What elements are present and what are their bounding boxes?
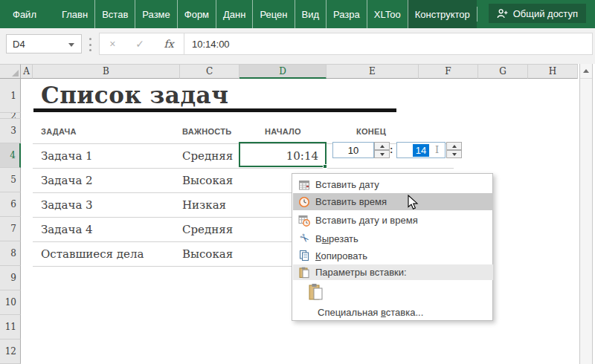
tab-insert[interactable]: Встав [94,0,135,28]
row-header-2[interactable]: 2 [0,113,21,119]
tab-design-active[interactable]: Конструктор [408,0,477,28]
menu-section-paste-options: Параметры вставки: [293,264,493,280]
scroll-up-button[interactable] [580,64,592,79]
menu-item-label: Вставить дату и время [315,215,418,226]
minutes-spin-down-button[interactable] [446,150,462,158]
row-header-10[interactable]: 10 [0,290,21,315]
calendar-icon [293,179,315,191]
hours-spin-up-button[interactable] [374,142,390,150]
col-header-A[interactable]: A [21,64,33,79]
row-header-11[interactable]: 11 [0,315,21,339]
minutes-spin-up-button[interactable] [446,142,462,150]
table-header-task[interactable]: ЗАДАЧА [41,125,77,138]
clipboard-icon [293,267,315,279]
name-box-dropdown-icon[interactable] [68,43,74,47]
tab-view[interactable]: Вид [295,0,327,28]
sheet-title: Список задач [41,82,228,108]
row-header-5[interactable]: 5 [0,168,21,192]
select-all-corner[interactable] [0,64,21,79]
cell-B7-task[interactable]: Задача 4 [41,217,93,241]
menu-item-label: Вставить время [315,196,387,207]
insert-function-icon[interactable]: fx [164,38,174,50]
table-header-start[interactable]: НАЧАЛО [239,125,327,138]
col-header-C[interactable]: C [180,64,239,79]
row-header-8[interactable]: 8 [0,241,21,266]
tab-xltools[interactable]: XLToo [367,0,408,28]
row-header-12[interactable]: 12 [0,339,21,364]
row-header-9[interactable]: 9 [0,266,21,290]
cell-B5-task[interactable]: Задача 2 [41,168,93,192]
copy-icon [293,250,315,261]
row-header-1[interactable]: 1 [0,79,21,113]
tab-file[interactable]: Файл [0,0,49,28]
text-ibeam-cursor: I [434,145,440,155]
menu-item-insert-date[interactable]: Вставить дату [293,176,493,193]
cell-C7-importance[interactable]: Средняя [182,217,233,241]
tab-developer[interactable]: Разра [326,0,367,28]
cell-C5-importance[interactable]: Высокая [182,168,233,192]
formula-panel: × ✓ fx 10:14:00 [99,33,593,55]
person-plus-icon [497,8,508,19]
col-header-B[interactable]: B [33,64,180,79]
menu-item-insert-date-time[interactable]: Вставить дату и время [293,212,493,229]
menu-item-label: Копировать [315,250,367,261]
menu-item-cut[interactable]: ✂ Вырезать [293,230,493,247]
up-arrow-icon [380,145,385,148]
row-header-3[interactable]: 3 [0,119,21,143]
col-header-H[interactable]: H [528,64,578,79]
table-header-end[interactable]: КОНЕЦ [327,125,416,138]
share-button[interactable]: Общий доступ [489,4,586,23]
name-box[interactable]: D4 [6,34,82,53]
fill-handle[interactable] [323,164,327,169]
tab-page-layout[interactable]: Разме [135,0,176,28]
tab-review[interactable]: Рецен [252,0,294,28]
hours-spin-down-button[interactable] [374,150,390,158]
down-arrow-icon [380,153,385,156]
minutes-selected-text: 14 [413,144,429,157]
menu-item-insert-time[interactable]: Вставить время [293,193,493,210]
tab-formulas[interactable]: Форм [177,0,216,28]
formula-bar-grip[interactable] [89,38,91,51]
scroll-up-icon [583,69,589,73]
col-header-F[interactable]: F [419,64,478,79]
vertical-scrollbar[interactable] [579,64,593,364]
enter-icon[interactable]: ✓ [135,38,144,50]
row-header-6[interactable]: 6 [0,192,21,217]
title-underline [33,108,396,112]
clock-icon [293,196,315,208]
down-arrow-icon [452,153,457,156]
cancel-icon[interactable]: × [109,38,115,50]
cell-B8-task[interactable]: Оставшиеся дела [41,241,144,266]
row-header-7[interactable]: 7 [0,217,21,241]
cell-C8-importance[interactable]: Высокая [182,241,233,266]
corner-triangle-icon [12,70,19,77]
formula-buttons: × ✓ fx [100,38,184,50]
time-colon-separator: : [390,144,393,155]
menu-item-copy[interactable]: Копировать [293,247,493,264]
col-header-G[interactable]: G [478,64,528,79]
hours-spinner-field[interactable]: 10 [332,142,374,158]
cell-B6-task[interactable]: Задача 3 [41,192,93,217]
tab-data[interactable]: Данн [216,0,252,28]
mouse-cursor [408,195,419,210]
context-menu: Вставить дату Вставить время Вставить да… [292,173,493,321]
cell-B4-task[interactable]: Задача 1 [41,143,93,168]
menu-item-paste-special[interactable]: Специальная вставка... [293,304,518,320]
ribbon-tab-bar: Файл Главн Встав Разме Форм Данн Рецен В… [0,0,595,28]
row-header-4-selected[interactable]: 4 [0,143,21,168]
cell-C6-importance[interactable]: Низкая [182,192,226,217]
col-header-D-selected[interactable]: D [239,64,327,79]
menu-item-paste-option-button[interactable] [293,282,493,302]
tab-divider [477,7,477,22]
active-cell-selection-border[interactable] [239,142,327,167]
row-separator [33,168,454,169]
formula-input[interactable]: 10:14:00 [184,39,592,50]
cell-C4-importance[interactable]: Средняя [182,143,233,168]
up-arrow-icon [452,145,457,148]
menu-item-label: Вставить дату [315,179,379,190]
col-header-E[interactable]: E [327,64,419,79]
tab-home[interactable]: Главн [55,0,94,28]
formula-bar-strip: D4 × ✓ fx 10:14:00 [0,28,595,64]
table-header-importance[interactable]: ВАЖНОСТЬ [182,125,231,138]
name-box-value: D4 [13,39,25,50]
